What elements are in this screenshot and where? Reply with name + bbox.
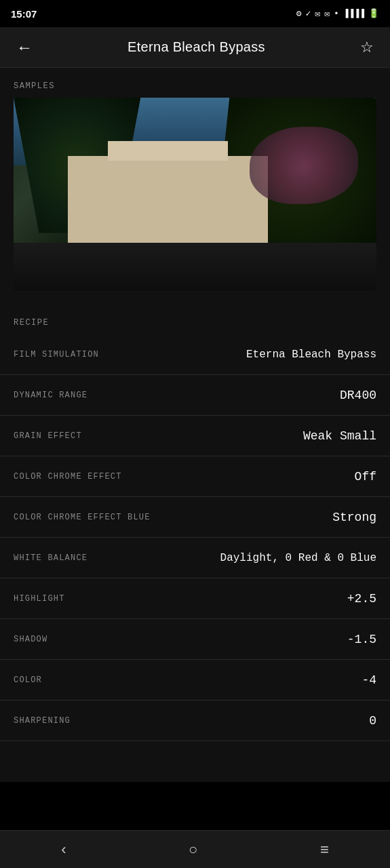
color-chrome-value: Off (355, 470, 376, 484)
film-simulation-value: Eterna Bleach Bypass (246, 349, 376, 361)
color-value: -4 (362, 673, 376, 687)
recipe-row-highlight: HIGHLIGHT +2.5 (0, 578, 390, 619)
nav-home-button[interactable]: ○ (175, 834, 211, 865)
battery-icon: 🔋 (368, 8, 379, 19)
favorite-button[interactable]: ☆ (355, 33, 379, 62)
grain-effect-key: GRAIN EFFECT (14, 431, 82, 441)
color-key: COLOR (14, 675, 42, 685)
recipe-row-dynamic-range: DYNAMIC RANGE DR400 (0, 375, 390, 416)
image-ground (14, 243, 376, 291)
grain-effect-value: Weak Small (303, 429, 376, 443)
gear-icon: ⚙ (296, 8, 302, 19)
mail2-icon: ✉ (324, 8, 330, 19)
recipe-row-grain-effect: GRAIN EFFECT Weak Small (0, 416, 390, 456)
film-simulation-key: FILM SIMULATION (14, 350, 99, 359)
white-balance-value: Daylight, 0 Red & 0 Blue (220, 552, 376, 564)
status-icons: ⚙ ✓ ✉ ✉ • ▐▐▐▐ 🔋 (296, 8, 379, 19)
back-button[interactable]: ← (11, 33, 38, 62)
recipe-label: RECIPE (0, 304, 390, 334)
status-time: 15:07 (11, 8, 37, 20)
recipe-row-white-balance: WHITE BALANCE Daylight, 0 Red & 0 Blue (0, 538, 390, 578)
sharpening-value: 0 (369, 714, 376, 728)
shadow-key: SHADOW (14, 635, 47, 644)
nav-back-button[interactable]: ‹ (47, 834, 79, 865)
recipe-row-film-simulation: FILM SIMULATION Eterna Bleach Bypass (0, 334, 390, 375)
recipe-row-sharpening: SHARPENING 0 (0, 701, 390, 741)
app-bar: ← Eterna Bleach Bypass ☆ (0, 27, 390, 68)
signal-icon: ▐▐▐▐ (343, 9, 364, 19)
main-content: SAMPLES RECIPE FILM SIMULATION Eterna Bl… (0, 68, 390, 782)
nav-bar: ‹ ○ ≡ (0, 830, 390, 868)
color-chrome-key: COLOR CHROME EFFECT (14, 472, 122, 481)
color-chrome-blue-key: COLOR CHROME EFFECT BLUE (14, 513, 151, 522)
highlight-key: HIGHLIGHT (14, 594, 65, 604)
image-building (68, 156, 267, 253)
recipe-section: FILM SIMULATION Eterna Bleach Bypass DYN… (0, 334, 390, 741)
recipe-row-color-chrome: COLOR CHROME EFFECT Off (0, 456, 390, 497)
highlight-value: +2.5 (347, 592, 376, 606)
image-flowers (250, 127, 359, 204)
page-title: Eterna Bleach Bypass (128, 39, 265, 55)
dot-icon: • (334, 9, 339, 19)
recipe-row-color: COLOR -4 (0, 660, 390, 701)
dynamic-range-value: DR400 (340, 389, 376, 402)
sample-image (14, 98, 376, 291)
nav-menu-button[interactable]: ≡ (307, 834, 343, 865)
recipe-row-color-chrome-blue: COLOR CHROME EFFECT BLUE Strong (0, 497, 390, 538)
dynamic-range-key: DYNAMIC RANGE (14, 391, 87, 400)
mail-icon: ✉ (315, 8, 320, 19)
recipe-row-shadow: SHADOW -1.5 (0, 619, 390, 660)
status-bar: 15:07 ⚙ ✓ ✉ ✉ • ▐▐▐▐ 🔋 (0, 0, 390, 27)
white-balance-key: WHITE BALANCE (14, 553, 87, 563)
sharpening-key: SHARPENING (14, 716, 71, 726)
check-icon: ✓ (305, 8, 311, 19)
color-chrome-blue-value: Strong (332, 511, 376, 524)
shadow-value: -1.5 (347, 633, 376, 646)
samples-label: SAMPLES (0, 68, 390, 98)
